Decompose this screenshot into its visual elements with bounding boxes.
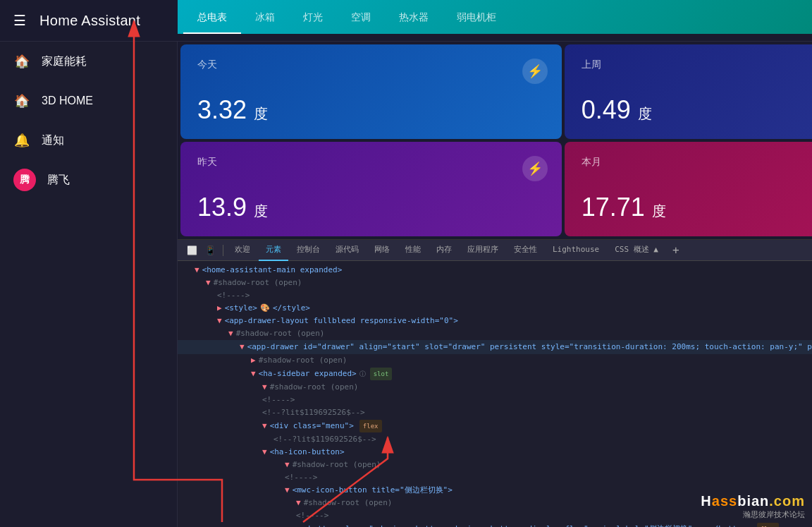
- lightning-icon-1: ⚡: [522, 59, 548, 84]
- stat-label: 本月: [582, 156, 812, 169]
- sidebar-item-label: 3D HOME: [42, 95, 93, 107]
- sidebar-item-home-energy[interactable]: 🏠 家庭能耗: [0, 42, 177, 81]
- devtools-add-tab[interactable]: +: [667, 243, 685, 257]
- tab-bar: 总电表 冰箱 灯光 空调 热水器 弱电机柜: [178, 0, 812, 34]
- code-line[interactable]: ▼ <ha-sidebar expanded> ⓘ slot: [178, 367, 812, 381]
- stat-value: 13.9 度: [197, 193, 545, 222]
- dashboard: 今天 3.32 度 ⚡ 上周 0.49 度 ⚡ 昨天 13: [178, 42, 812, 239]
- tab-kongtiao[interactable]: 空调: [337, 3, 385, 34]
- lightning-icon-3: ⚡: [522, 156, 548, 181]
- code-line: <!---->: [178, 471, 812, 484]
- watermark-tagline: 瀚思彼岸技术论坛: [701, 509, 805, 520]
- code-line[interactable]: ▼ #shadow-root (open): [178, 381, 812, 394]
- code-line[interactable]: ▼ <div class="menu"> flex: [178, 419, 812, 433]
- stat-card-today: 今天 3.32 度 ⚡: [180, 44, 562, 139]
- notifications-icon: 🔔: [13, 132, 30, 149]
- devtools-tab-performance[interactable]: 性能: [398, 240, 428, 261]
- stat-card-thismonth: 本月 17.71 度 ⚡: [565, 142, 812, 236]
- devtools-tab-console[interactable]: 控制台: [290, 240, 327, 261]
- devtools-tab-bar: ⬜ 📱 欢迎 元素 控制台 源代码 网络 性能 内存 应用程序 安全性 Ligh…: [178, 240, 812, 261]
- stat-value: 0.49 度: [582, 95, 812, 125]
- stat-label: 今天: [197, 59, 545, 71]
- devtools-tab-network[interactable]: 网络: [367, 240, 397, 261]
- code-line[interactable]: ▶ <style> 🎨 </style>: [178, 302, 812, 315]
- code-line[interactable]: ▼ #shadow-root (open): [178, 277, 812, 289]
- sidebar-item-3d-home[interactable]: 🏠 3D HOME: [0, 81, 177, 121]
- code-line: <!---->: [178, 289, 812, 302]
- devtools-mobile-icon[interactable]: 📱: [202, 242, 219, 259]
- stat-card-yesterday: 昨天 13.9 度 ⚡: [180, 142, 562, 236]
- code-line[interactable]: ▼ <home-assistant-main expanded>: [178, 264, 812, 277]
- devtools-tab-welcome[interactable]: 欢迎: [228, 240, 257, 261]
- watermark-logo: Hassbian.com: [701, 493, 805, 509]
- menu-icon[interactable]: ☰: [11, 12, 28, 29]
- sidebar-item-notifications[interactable]: 🔔 通知: [0, 121, 177, 160]
- code-line[interactable]: ▼ <app-drawer id="drawer" align="start" …: [178, 340, 812, 354]
- stat-label: 昨天: [197, 156, 545, 169]
- devtools-inspect-icon[interactable]: ⬜: [183, 242, 200, 259]
- sidebar-item-label: 家庭能耗: [42, 54, 87, 69]
- code-line[interactable]: ▶ <button class="mdc-icon-button mdc-ico…: [178, 522, 812, 527]
- code-line[interactable]: ▼ #shadow-root (open): [178, 327, 812, 340]
- 3d-home-icon: 🏠: [13, 92, 30, 109]
- devtools-tab-application[interactable]: 应用程序: [460, 240, 505, 261]
- stat-label: 上周: [582, 59, 812, 71]
- tab-zongdianbiao[interactable]: 总电表: [183, 3, 241, 34]
- sidebar-item-label: 腾飞: [47, 173, 70, 188]
- avatar: 腾: [13, 169, 36, 191]
- devtools-tab-lighthouse[interactable]: Lighthouse: [546, 240, 606, 261]
- devtools-tab-memory[interactable]: 内存: [429, 240, 459, 261]
- sidebar-item-tengfei[interactable]: 腾 腾飞: [0, 160, 177, 200]
- tab-ruodianji[interactable]: 弱电机柜: [443, 3, 510, 34]
- code-line[interactable]: ▼ <app-drawer-layout fullbleed responsiv…: [178, 315, 812, 327]
- devtools-code-area: ▼ <home-assistant-main expanded> ▼ #shad…: [178, 261, 812, 527]
- stat-card-lastweek: 上周 0.49 度 ⚡: [565, 44, 812, 139]
- code-line: <!--?lit$119692526$-->: [178, 433, 812, 446]
- tab-bingxiang[interactable]: 冰箱: [241, 3, 289, 34]
- devtools-separator: [223, 245, 223, 256]
- devtools-tab-css[interactable]: CSS 概述 ▲: [608, 240, 665, 261]
- sidebar-item-label: 通知: [42, 133, 64, 148]
- code-line: <!--?lit$119692526$-->: [178, 406, 812, 419]
- tab-reshuiqi[interactable]: 热水器: [385, 3, 443, 34]
- devtools-tab-elements[interactable]: 元素: [259, 240, 288, 261]
- app-title: Home Assistant: [39, 13, 140, 29]
- watermark: Hassbian.com 瀚思彼岸技术论坛: [701, 493, 805, 520]
- sidebar: 🏠 家庭能耗 🏠 3D HOME 🔔 通知 腾 腾飞: [0, 42, 178, 527]
- devtools-panel: ⬜ 📱 欢迎 元素 控制台 源代码 网络 性能 内存 应用程序 安全性 Ligh…: [178, 239, 812, 527]
- devtools-tab-security[interactable]: 安全性: [507, 240, 544, 261]
- devtools-tab-sources[interactable]: 源代码: [328, 240, 366, 261]
- code-line[interactable]: ▼ <ha-icon-button>: [178, 446, 812, 459]
- code-line[interactable]: ▶ #shadow-root (open): [178, 354, 812, 367]
- home-energy-icon: 🏠: [13, 53, 30, 70]
- stat-value: 17.71 度: [582, 193, 812, 222]
- stat-value: 3.32 度: [197, 95, 545, 125]
- code-line[interactable]: ▼ #shadow-root (open): [178, 459, 812, 471]
- tab-dengguang[interactable]: 灯光: [289, 3, 337, 34]
- code-line: <!---->: [178, 394, 812, 406]
